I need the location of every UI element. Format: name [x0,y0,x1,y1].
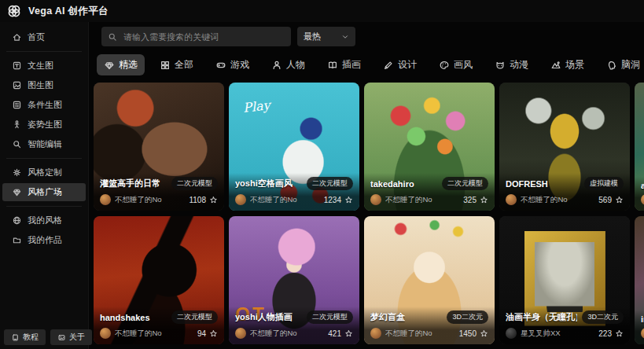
sidebar-item-label: 我的作品 [28,234,62,246]
sidebar-item-icon [12,187,22,197]
star-icon[interactable] [615,329,624,338]
category-tab[interactable]: 全部 [153,54,201,75]
sidebar-item[interactable]: 风格广场 [2,183,86,201]
model-type-badge: 二次元模型 [307,310,353,324]
sidebar-divider [6,206,82,207]
app-title: Vega AI 创作平台 [28,5,109,18]
sidebar-item-icon [12,235,22,245]
sidebar-item[interactable]: 文生图 [2,57,86,75]
author-name: 不想睡了的No [250,195,297,205]
star-icon[interactable] [480,196,488,204]
vega-logo-icon [6,3,22,19]
author-name: 星叉叉帅XX [521,329,561,339]
sidebar-item-icon [12,139,22,149]
sidebar-item-label: 文生图 [28,60,53,72]
card-meta: 325 [463,196,488,204]
sidebar-item-icon [12,119,22,130]
sidebar-item-label: 首页 [28,31,45,43]
star-icon[interactable] [344,329,353,338]
style-card[interactable]: 梦幻盲盒 3D二次元 不想睡了的No 1450 [364,216,495,344]
category-tab[interactable]: 设计 [376,54,424,75]
category-tab-icon [439,60,450,71]
sidebar-item[interactable]: 智能编辑 [2,135,86,153]
search-icon [108,32,117,42]
sidebar-item-label: 图生图 [28,79,53,91]
sidebar-divider [6,51,82,52]
sidebar-item[interactable]: 图生图 [2,76,86,94]
card-author: 不想睡了的No [100,328,162,339]
category-tab-label: 人物 [286,58,305,72]
sidebar-item-label: 风格广场 [28,186,62,198]
card-meta: 1234 [324,196,353,204]
category-tab-label: 动漫 [510,58,528,72]
style-card[interactable]: Play yoshi空格画风 二次元模型 不想睡了的No 1234 [229,83,359,211]
card-title: yoshi人物插画 [235,311,293,323]
card-author: 不想睡了的No [370,194,432,205]
star-icon[interactable] [344,196,353,204]
favorite-count: 1234 [324,196,341,204]
card-meta: 1108 [189,196,218,204]
style-card[interactable]: ana [635,83,644,211]
category-tab[interactable]: 场景 [543,54,591,75]
category-tab[interactable]: 人物 [264,54,312,75]
card-title: yoshi空格画风 [235,178,293,189]
card-title: 梦幻盲盒 [370,311,405,323]
sidebar-item[interactable]: 风格定制 [2,163,86,182]
author-name: 不想睡了的No [115,195,162,205]
tutorial-button[interactable]: 教程 [4,329,46,345]
favorite-count: 569 [598,196,612,204]
category-tab[interactable]: 游戏 [208,54,256,75]
category-tab[interactable]: 动漫 [488,54,535,75]
sidebar-item[interactable]: 首页 [2,28,86,46]
style-card[interactable]: 油画半身（无瞳孔） 3D二次元 星叉叉帅XX 223 [499,216,630,344]
style-card[interactable]: 灌篮高手的日常 二次元模型 不想睡了的No 1108 [94,83,224,211]
favorite-count: 223 [598,329,612,338]
sidebar-item[interactable]: 我的风格 [2,211,86,230]
sort-dropdown[interactable]: 最热 [297,27,355,46]
author-avatar [235,194,246,205]
card-title: takedahiro [370,179,414,189]
star-icon[interactable] [209,329,218,338]
card-author: 不想睡了的No [370,328,432,339]
author-avatar [506,328,517,339]
category-tab[interactable]: 精选 [97,54,145,75]
style-card-grid: 灌篮高手的日常 二次元模型 不想睡了的No 1108 [94,83,644,344]
sidebar-item-icon [12,32,22,42]
category-tab-label: 画风 [454,58,473,72]
model-type-badge: 3D二次元 [447,310,488,324]
sidebar-item[interactable]: 条件生图 [2,96,86,114]
card-author [641,194,644,205]
card-title: DOFRESH [506,179,548,189]
star-icon[interactable] [480,329,488,338]
info-icon [57,333,66,342]
author-avatar [100,194,111,205]
category-tab[interactable]: 插画 [320,54,368,75]
sidebar-item-label: 姿势生图 [28,119,62,130]
sidebar-item[interactable]: 我的作品 [2,231,86,249]
style-card[interactable]: inf [635,216,644,344]
card-caption: handshakes 二次元模型 不想睡了的No 94 [94,307,224,344]
category-tab-icon [215,60,226,71]
chevron-down-icon [341,33,349,41]
search-box[interactable] [101,27,291,46]
style-card[interactable]: DOFRESH 虚拟建模 不想睡了的No 569 [499,83,630,211]
author-name: 不想睡了的No [250,329,297,339]
category-tab-icon [160,60,171,71]
card-caption: takedahiro 二次元模型 不想睡了的No 325 [364,173,495,211]
about-button[interactable]: 关于 [50,329,92,345]
sidebar-item-icon [12,167,22,178]
category-tab-label: 插画 [342,58,361,72]
sidebar-item[interactable]: 姿势生图 [2,116,86,134]
category-tab-icon [327,60,338,71]
star-icon[interactable] [615,196,624,204]
style-card[interactable]: OT yoshi人物插画 二次元模型 不想睡了的No 421 [229,216,359,344]
star-icon[interactable] [209,196,218,204]
style-card[interactable]: handshakes 二次元模型 不想睡了的No 94 [94,216,224,344]
category-tab-label: 全部 [175,58,193,72]
category-tab[interactable]: 画风 [432,54,480,75]
style-card[interactable]: takedahiro 二次元模型 不想睡了的No 325 [364,83,495,211]
category-tab[interactable]: 脑洞 [599,54,644,75]
search-input[interactable] [122,31,285,42]
sidebar-item-icon [12,80,22,90]
sort-selected-value: 最热 [304,31,321,42]
